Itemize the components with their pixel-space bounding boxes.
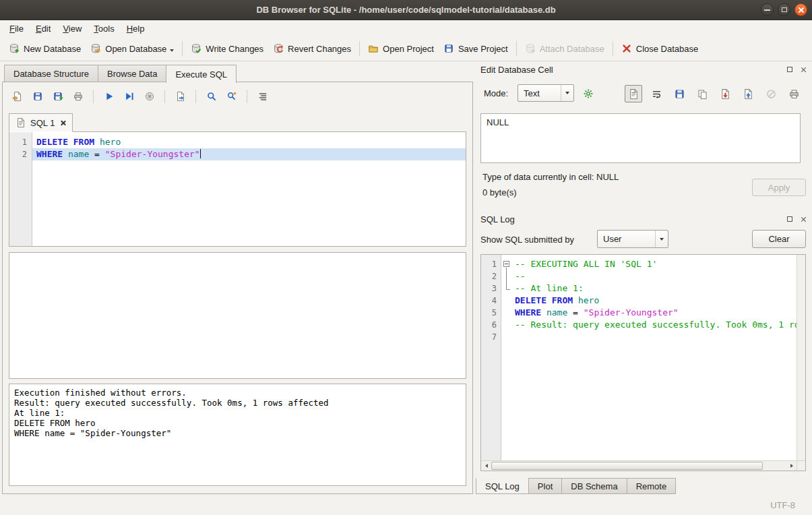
menu-edit[interactable]: Edit	[30, 20, 57, 36]
float-panel-icon[interactable]	[785, 214, 794, 224]
word-wrap-button[interactable]	[648, 85, 665, 102]
tab-remote[interactable]: Remote	[627, 478, 677, 494]
cell-editor[interactable]: NULL	[480, 113, 801, 163]
open-sql-file-button[interactable]	[8, 88, 26, 106]
save-cell-button[interactable]	[670, 85, 688, 102]
save-sql-as-button[interactable]	[49, 88, 67, 106]
dropdown-caret-icon[interactable]	[170, 49, 174, 52]
word-wrap-icon	[651, 88, 662, 100]
scroll-left-icon[interactable]	[481, 461, 491, 471]
main-tab-bar: Database StructureBrowse DataExecute SQL	[4, 65, 236, 83]
save-project-button[interactable]: Save Project	[439, 40, 513, 57]
close-panel-icon[interactable]	[799, 65, 808, 74]
line-number: 7	[481, 331, 501, 343]
token-str: "Spider-Youngster"	[584, 307, 679, 317]
execute-current-line-button[interactable]	[120, 88, 138, 106]
write-changes-button[interactable]: Write Changes	[186, 40, 268, 57]
tab-plot[interactable]: Plot	[528, 478, 562, 494]
open-sql-file-icon	[12, 91, 23, 102]
open-database-button[interactable]: Open Database	[86, 40, 179, 57]
titlebar: DB Browser for SQLite - /home/user/code/…	[0, 0, 812, 20]
execute-all-button[interactable]	[100, 88, 118, 106]
token-kw: FROM	[73, 137, 94, 147]
menu-view[interactable]: View	[57, 20, 88, 36]
fold-cell	[501, 319, 512, 331]
tab-sql-1[interactable]: SQL 1	[9, 113, 73, 132]
line-number: 4	[481, 295, 501, 307]
export-cell-button[interactable]	[739, 85, 757, 102]
line-number: 2	[9, 148, 32, 160]
stop-button[interactable]	[140, 88, 158, 106]
toolbar-button-label: Save Project	[458, 44, 508, 54]
sql-log-title: SQL Log	[480, 214, 781, 224]
log-line: -- EXECUTING ALL IN 'SQL 1'	[512, 258, 797, 270]
toolbar-button-label: Open Project	[383, 44, 434, 54]
text-document-button[interactable]	[625, 85, 642, 102]
log-line: -- Result: query executed successfully. …	[512, 319, 797, 331]
save-sql-file-button[interactable]	[28, 88, 46, 106]
vertical-scrollbar[interactable]	[797, 255, 805, 460]
execute-all-icon	[104, 91, 115, 102]
maximize-button[interactable]	[778, 3, 790, 16]
new-database-button[interactable]: New Database	[4, 40, 86, 57]
attach-database-button: Attach Database	[520, 40, 609, 57]
sql-tab-label: SQL 1	[30, 118, 55, 128]
tab-database-structure[interactable]: Database Structure	[4, 65, 98, 82]
close-database-button[interactable]: Close Database	[617, 40, 704, 57]
cell-size-info: 0 byte(s)	[482, 187, 517, 198]
horizontal-scrollbar[interactable]	[481, 460, 797, 471]
export-results-button[interactable]	[171, 88, 189, 106]
clear-log-button[interactable]: Clear	[752, 230, 806, 248]
token-pl	[541, 307, 546, 317]
toolbar-button-label: Attach Database	[540, 44, 604, 54]
menu-help[interactable]: Help	[121, 20, 151, 36]
print-button[interactable]	[785, 85, 803, 102]
print-button[interactable]	[69, 88, 87, 106]
close-tab-icon[interactable]	[60, 120, 66, 126]
find-replace-button[interactable]	[222, 88, 241, 106]
scrollbar-track[interactable]	[491, 461, 786, 471]
mode-select[interactable]: Text	[518, 84, 574, 102]
menu-file[interactable]: File	[3, 20, 30, 36]
menu-item-label: File	[9, 24, 24, 34]
settings-icon	[583, 88, 594, 99]
tab-db-schema[interactable]: DB Schema	[561, 478, 627, 494]
close-panel-icon[interactable]	[799, 214, 808, 224]
submitted-by-select[interactable]: User	[597, 230, 668, 248]
menu-item-label: Help	[127, 24, 145, 34]
minimize-button[interactable]	[761, 3, 774, 16]
format-sql-button[interactable]	[253, 88, 272, 106]
token-pl	[546, 295, 552, 305]
sql-editor-toolbar	[3, 82, 472, 111]
close-button[interactable]	[794, 3, 807, 16]
open-project-icon	[368, 43, 379, 54]
open-project-button[interactable]: Open Project	[363, 40, 439, 57]
revert-changes-button[interactable]: Revert Changes	[268, 40, 356, 57]
line-number: 1	[9, 136, 32, 148]
editor-content[interactable]: DELETE FROM heroWHERE name = "Spider-You…	[32, 132, 466, 246]
editor-line[interactable]: WHERE name = "Spider-Youngster"	[32, 148, 466, 160]
window-controls	[761, 3, 807, 16]
fold-cell	[501, 307, 512, 319]
token-id: hero	[578, 295, 599, 305]
toolbar-button-label: Write Changes	[206, 44, 263, 54]
collapse-icon[interactable]	[503, 261, 509, 267]
import-cell-button[interactable]	[716, 85, 734, 102]
scrollbar-thumb[interactable]	[491, 462, 763, 470]
editor-line[interactable]: DELETE FROM hero	[32, 136, 466, 148]
menu-tools[interactable]: Tools	[88, 20, 120, 36]
copy-cell-button[interactable]	[693, 85, 711, 102]
tab-execute-sql[interactable]: Execute SQL	[166, 65, 237, 83]
export-cell-icon	[743, 88, 754, 100]
float-panel-icon[interactable]	[785, 65, 794, 74]
sql-editor[interactable]: 12 DELETE FROM heroWHERE name = "Spider-…	[9, 131, 466, 247]
settings-button[interactable]	[579, 84, 597, 102]
mode-select-value: Text	[524, 88, 540, 98]
tab-browse-data[interactable]: Browse Data	[98, 65, 166, 82]
log-body: 1234567 -- EXECUTING ALL IN 'SQL 1'---- …	[481, 255, 797, 460]
scroll-right-icon[interactable]	[786, 461, 797, 471]
find-button[interactable]	[202, 88, 220, 106]
apply-button[interactable]: Apply	[752, 179, 806, 196]
tab-sql-log[interactable]: SQL Log	[476, 478, 529, 494]
token-id: hero	[100, 137, 121, 147]
